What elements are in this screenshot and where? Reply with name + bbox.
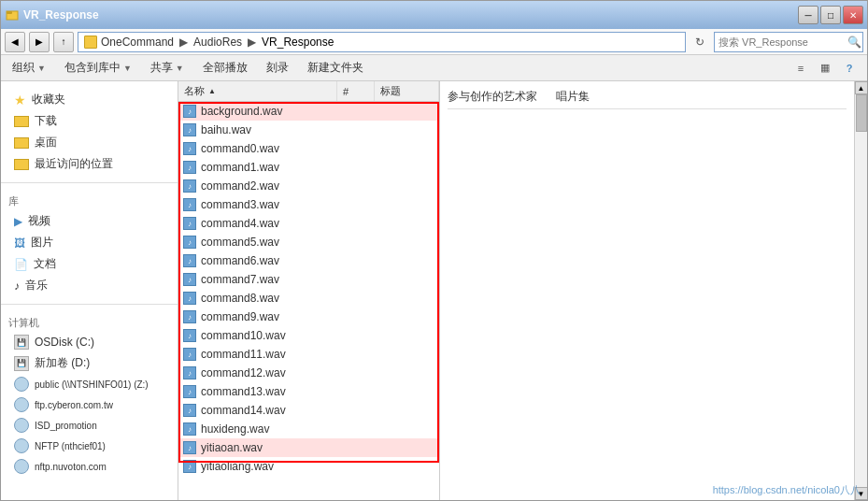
file-item[interactable]: command8.wav	[178, 289, 439, 308]
up-button[interactable]: ↑	[53, 32, 74, 52]
favorites-section: ★ 收藏夹 下载 桌面 最近访问的位置	[1, 85, 178, 179]
wav-file-icon	[183, 123, 196, 136]
file-icon	[182, 291, 197, 306]
file-item[interactable]: yitiaoliang.wav	[178, 457, 439, 476]
scroll-up-button[interactable]: ▲	[855, 81, 868, 94]
file-item[interactable]: command11.wav	[178, 345, 439, 364]
file-item[interactable]: background.wav	[178, 102, 439, 121]
sidebar-item-zdrive[interactable]: public (\\NTSHINFO01) (Z:)	[1, 374, 178, 394]
sort-icon: ▲	[208, 87, 216, 95]
desktop-label: 桌面	[35, 135, 57, 150]
refresh-button[interactable]: ↻	[690, 32, 710, 52]
sidebar-item-recent[interactable]: 最近访问的位置	[1, 153, 178, 175]
file-item[interactable]: huxideng.wav	[178, 420, 439, 438]
sidebar-item-cdrive[interactable]: 💾 OSDisk (C:)	[1, 332, 178, 352]
back-button[interactable]: ◀	[5, 32, 25, 52]
ddrive-label: 新加卷 (D:)	[35, 355, 90, 371]
sidebar-item-ddrive[interactable]: 💾 新加卷 (D:)	[1, 352, 178, 374]
file-icon	[182, 160, 197, 175]
video-label: 视频	[28, 213, 50, 229]
file-icon	[182, 403, 197, 418]
pictures-icon: 🖼	[14, 236, 25, 250]
nftp2-label: nftp.nuvoton.com	[35, 462, 107, 472]
sidebar-item-documents[interactable]: 📄 文档	[1, 253, 178, 275]
view-details-button[interactable]: ▦	[815, 59, 835, 78]
title-bar: VR_Response ─ □ ✕	[1, 1, 867, 29]
file-item[interactable]: command9.wav	[178, 308, 439, 326]
sidebar-item-video[interactable]: ▶ 视频	[1, 210, 178, 232]
sidebar-item-pictures[interactable]: 🖼 图片	[1, 232, 178, 253]
scrollbar[interactable]: ▲ ▼	[854, 81, 867, 500]
include-library-button[interactable]: 包含到库中 ▼	[61, 58, 135, 78]
wav-file-icon	[183, 161, 196, 174]
file-item[interactable]: command14.wav	[178, 401, 439, 420]
minimize-button[interactable]: ─	[798, 6, 818, 24]
divider-1	[1, 182, 178, 183]
file-name: command6.wav	[201, 254, 279, 267]
maximize-button[interactable]: □	[820, 6, 841, 24]
download-folder-icon	[14, 116, 29, 127]
file-icon	[182, 141, 197, 156]
file-name: command3.wav	[201, 198, 279, 211]
download-label: 下载	[35, 113, 57, 129]
file-item[interactable]: command4.wav	[178, 214, 439, 233]
isd-label: ISD_promotion	[35, 421, 97, 431]
sidebar-item-music[interactable]: ♪ 音乐	[1, 275, 178, 296]
computer-section: 计算机 💾 OSDisk (C:) 💾 新加卷 (D:) public (\\N…	[1, 308, 178, 480]
col-title-label: 标题	[380, 84, 401, 98]
file-list-body[interactable]: background.wav baihu.wav command0.wav co…	[178, 102, 439, 500]
file-item[interactable]: command3.wav	[178, 195, 439, 214]
file-name: command7.wav	[201, 273, 279, 286]
documents-icon: 📄	[14, 258, 28, 271]
file-item[interactable]: command1.wav	[178, 158, 439, 177]
wav-file-icon	[183, 348, 196, 361]
sidebar-item-isd[interactable]: ISD_promotion	[1, 415, 178, 436]
wav-file-icon	[183, 366, 196, 379]
file-item[interactable]: command10.wav	[178, 326, 439, 345]
file-name: command4.wav	[201, 217, 279, 230]
play-all-button[interactable]: 全部播放	[199, 58, 251, 78]
col-header-num[interactable]: #	[337, 81, 375, 101]
file-icon	[182, 272, 197, 287]
col-header-title[interactable]: 标题	[375, 81, 439, 101]
address-path[interactable]: OneCommand ▶ AudioRes ▶ VR_Response	[78, 32, 686, 52]
new-folder-button[interactable]: 新建文件夹	[304, 58, 367, 78]
forward-button[interactable]: ▶	[29, 32, 50, 52]
share-button[interactable]: 共享 ▼	[147, 58, 188, 78]
organize-button[interactable]: 组织 ▼	[8, 58, 50, 78]
wav-file-icon	[183, 198, 196, 211]
file-icon	[182, 365, 197, 380]
path-sep-1: ▶	[179, 36, 188, 49]
nftp-icon	[14, 438, 29, 453]
file-item[interactable]: command13.wav	[178, 382, 439, 401]
file-item[interactable]: command12.wav	[178, 364, 439, 382]
close-button[interactable]: ✕	[843, 6, 863, 24]
sidebar-item-ftp-cyberon[interactable]: ftp.cyberon.com.tw	[1, 394, 178, 415]
burn-button[interactable]: 刻录	[263, 58, 292, 78]
search-input[interactable]	[719, 36, 847, 48]
view-options-button[interactable]: ≡	[790, 59, 811, 78]
title-bar-controls: ─ □ ✕	[798, 6, 863, 24]
share-label: 共享	[150, 60, 173, 76]
sidebar-item-nftp2[interactable]: nftp.nuvoton.com	[1, 456, 178, 477]
play-all-label: 全部播放	[203, 60, 248, 76]
cdrive-label: OSDisk (C:)	[35, 336, 94, 349]
details-panel: 参与创作的艺术家 唱片集	[440, 81, 854, 500]
file-item[interactable]: baihu.wav	[178, 121, 439, 139]
file-item[interactable]: command2.wav	[178, 177, 439, 195]
file-icon	[182, 422, 197, 437]
file-item[interactable]: command5.wav	[178, 233, 439, 251]
file-item[interactable]: command6.wav	[178, 251, 439, 270]
file-item[interactable]: command0.wav	[178, 139, 439, 158]
sidebar-item-download[interactable]: 下载	[1, 110, 178, 132]
file-item[interactable]: command7.wav	[178, 270, 439, 289]
file-item[interactable]: yitiaoan.wav	[178, 438, 439, 457]
col-header-name[interactable]: 名称 ▲	[178, 81, 337, 101]
help-button[interactable]: ?	[839, 59, 860, 78]
scroll-thumb[interactable]	[856, 94, 867, 132]
sidebar-item-desktop[interactable]: 桌面	[1, 132, 178, 153]
file-icon	[182, 216, 197, 231]
file-name: command11.wav	[201, 348, 286, 361]
sidebar-item-nftp[interactable]: NFTP (nthcief01)	[1, 436, 178, 456]
search-icon[interactable]: 🔍	[847, 36, 861, 49]
